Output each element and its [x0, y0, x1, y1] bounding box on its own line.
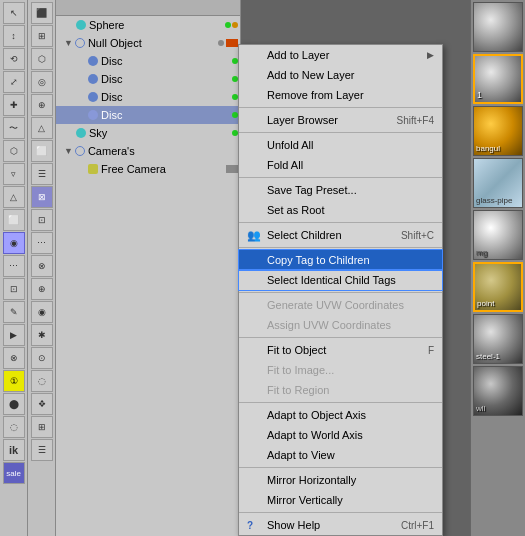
s-toolbar-btn-16[interactable]: ⊙	[31, 347, 53, 369]
menu-add-new-layer[interactable]: Add to New Layer	[239, 65, 442, 85]
scene-item-cameras[interactable]: ▼ Camera's	[56, 142, 240, 160]
toolbar-render-btn[interactable]: ①	[3, 370, 25, 392]
s-toolbar-btn-12[interactable]: ⊗	[31, 255, 53, 277]
s-toolbar-btn-2[interactable]: ⊞	[31, 25, 53, 47]
menu-unfold-all[interactable]: Unfold All	[239, 135, 442, 155]
material-bangul-label: bangul	[476, 144, 500, 153]
menu-layer-browser[interactable]: Layer Browser Shift+F4	[239, 110, 442, 130]
material-last-label: wll	[476, 404, 485, 413]
menu-show-help[interactable]: ? Show Help Ctrl+F1	[239, 515, 442, 535]
toolbar-render2-btn[interactable]: ⬤	[3, 393, 25, 415]
toolbar-move-btn[interactable]: ↕	[3, 25, 25, 47]
menu-add-to-layer[interactable]: Add to Layer ▶	[239, 45, 442, 65]
toolbar-cursor-btn[interactable]: ↖	[3, 2, 25, 24]
menu-select-children[interactable]: 👥 Select Children Shift+C	[239, 225, 442, 245]
s-toolbar-btn-15[interactable]: ✱	[31, 324, 53, 346]
material-item-mg[interactable]: mg	[473, 210, 523, 260]
toolbar-anim-btn[interactable]: ▶	[3, 324, 25, 346]
toolbar-grid-btn[interactable]: ⊡	[3, 278, 25, 300]
s-toolbar-btn-3[interactable]: ⬡	[31, 48, 53, 70]
s-toolbar-btn-11[interactable]: ⋯	[31, 232, 53, 254]
toolbar-anim2-btn[interactable]: ⊗	[3, 347, 25, 369]
menu-adapt-view[interactable]: Adapt to View	[239, 445, 442, 465]
s-toolbar-btn-7[interactable]: ⬜	[31, 140, 53, 162]
s-toolbar-btn-18[interactable]: ❖	[31, 393, 53, 415]
s-toolbar-btn-20[interactable]: ☰	[31, 439, 53, 461]
toolbar-poly-btn[interactable]: ⬡	[3, 140, 25, 162]
menu-mirror-v[interactable]: Mirror Vertically	[239, 490, 442, 510]
material-item-2[interactable]: 1	[473, 54, 523, 104]
menu-fold-all[interactable]: Fold All	[239, 155, 442, 175]
toolbar-settings-btn[interactable]: ◌	[3, 416, 25, 438]
null-icon	[75, 38, 85, 48]
s-toolbar-btn-1[interactable]: ⬛	[31, 2, 53, 24]
scene-item-sphere[interactable]: Sphere	[56, 16, 240, 34]
toolbar-add-btn[interactable]: ✚	[3, 94, 25, 116]
toolbar-edit-btn[interactable]: ✎	[3, 301, 25, 323]
s-toolbar-btn-14[interactable]: ◉	[31, 301, 53, 323]
toolbar-scale-btn[interactable]: ⤢	[3, 71, 25, 93]
cameras-icon	[75, 146, 85, 156]
material-item-point[interactable]: point	[473, 262, 523, 312]
menu-select-identical[interactable]: Select Identical Child Tags	[239, 270, 442, 290]
menu-generate-uvw: Generate UVW Coordinates	[239, 295, 442, 315]
menu-copy-tag[interactable]: Copy Tag to Children	[239, 250, 442, 270]
sep-4	[239, 222, 442, 223]
material-item-glass[interactable]: glass-pipe	[473, 158, 523, 208]
material-item-bangul[interactable]: bangul	[473, 106, 523, 156]
disc2-icon	[88, 74, 98, 84]
menu-adapt-object[interactable]: Adapt to Object Axis	[239, 405, 442, 425]
null-tag	[226, 39, 238, 47]
null-icons	[218, 39, 238, 47]
material-glass-label: glass-pipe	[476, 196, 512, 205]
sphere-check	[225, 22, 231, 28]
material-item-last[interactable]: wll	[473, 366, 523, 416]
s-toolbar-btn-13[interactable]: ⊕	[31, 278, 53, 300]
menu-adapt-world[interactable]: Adapt to World Axis	[239, 425, 442, 445]
s-toolbar-btn-17[interactable]: ◌	[31, 370, 53, 392]
toolbar-active-btn[interactable]: ◉	[3, 232, 25, 254]
scene-item-free-camera[interactable]: Free Camera	[56, 160, 240, 178]
fit-image-label: Fit to Image...	[267, 364, 334, 376]
scene-item-disc-1[interactable]: Disc	[56, 52, 240, 70]
s-toolbar-btn-8[interactable]: ☰	[31, 163, 53, 185]
toolbar-mat-btn[interactable]: ⋯	[3, 255, 25, 277]
sep-5	[239, 247, 442, 248]
scene-item-disc-2[interactable]: Disc	[56, 70, 240, 88]
menu-remove-layer[interactable]: Remove from Layer	[239, 85, 442, 105]
s-toolbar-btn-19[interactable]: ⊞	[31, 416, 53, 438]
toolbar-spline-btn[interactable]: 〜	[3, 117, 25, 139]
s-toolbar-btn-4[interactable]: ◎	[31, 71, 53, 93]
scene-item-disc-4[interactable]: Disc	[56, 106, 240, 124]
scene-item-sky[interactable]: Sky	[56, 124, 240, 142]
toolbar-extra-btn[interactable]: sale	[3, 462, 25, 484]
sky-label: Sky	[89, 127, 107, 139]
toolbar-light-btn[interactable]: ⬜	[3, 209, 25, 231]
menu-save-tag[interactable]: Save Tag Preset...	[239, 180, 442, 200]
material-steel-label: steel-1	[476, 352, 500, 361]
toolbar-rotate-btn[interactable]: ⟲	[3, 48, 25, 70]
material-item-1[interactable]	[473, 2, 523, 52]
select-children-label: Select Children	[267, 229, 342, 241]
scene-item-disc-3[interactable]: Disc	[56, 88, 240, 106]
add-new-layer-label: Add to New Layer	[267, 69, 354, 81]
disc4-label: Disc	[101, 109, 122, 121]
s-toolbar-btn-5[interactable]: ⊕	[31, 94, 53, 116]
scene-item-null[interactable]: ▼ Null Object	[56, 34, 240, 52]
menu-fit-object[interactable]: Fit to Object F	[239, 340, 442, 360]
menu-mirror-h[interactable]: Mirror Horizontally	[239, 470, 442, 490]
show-help-shortcut: Ctrl+F1	[401, 520, 434, 531]
toolbar-subdiv-btn[interactable]: ▿	[3, 163, 25, 185]
s-toolbar-btn-9[interactable]: ⊠	[31, 186, 53, 208]
sphere-icon	[76, 20, 86, 30]
menu-set-root[interactable]: Set as Root	[239, 200, 442, 220]
fit-object-shortcut: F	[428, 345, 434, 356]
select-children-icon: 👥	[247, 229, 263, 242]
scene-header	[56, 0, 240, 16]
s-toolbar-btn-6[interactable]: △	[31, 117, 53, 139]
material-item-steel[interactable]: steel-1	[473, 314, 523, 364]
toolbar-camera-btn[interactable]: △	[3, 186, 25, 208]
right-panel: 1 bangul glass-pipe mg point steel-1 wll	[470, 0, 525, 536]
toolbar-help-btn[interactable]: ik	[3, 439, 25, 461]
s-toolbar-btn-10[interactable]: ⊡	[31, 209, 53, 231]
